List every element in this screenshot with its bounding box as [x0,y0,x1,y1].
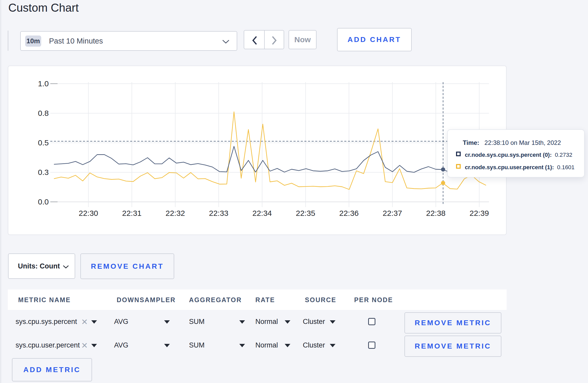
svg-text:22:33: 22:33 [209,209,228,217]
svg-text:22:38: 22:38 [426,209,445,217]
svg-text:0.0: 0.0 [38,197,49,206]
svg-text:22:32: 22:32 [165,209,185,217]
svg-text:0.8: 0.8 [38,109,49,117]
svg-text:22:30: 22:30 [79,209,98,217]
svg-text:22:39: 22:39 [470,209,489,217]
svg-text:0.5: 0.5 [38,138,49,147]
svg-text:22:34: 22:34 [252,209,272,217]
svg-text:22:36: 22:36 [339,209,359,217]
svg-text:0.3: 0.3 [38,168,49,176]
svg-text:1.0: 1.0 [38,79,49,88]
svg-text:22:35: 22:35 [296,209,315,217]
svg-text:22:31: 22:31 [122,209,142,217]
svg-text:22:37: 22:37 [383,209,402,217]
